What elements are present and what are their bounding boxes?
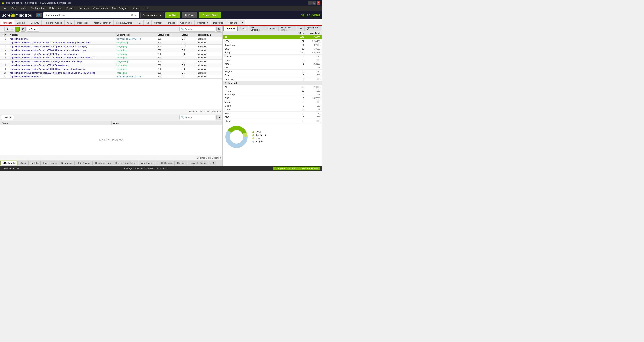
clear-button[interactable]: 🗑 Clear [182, 12, 197, 18]
menu-help[interactable]: Help [142, 6, 152, 10]
right-tab-response-times[interactable]: Response Times [278, 26, 296, 31]
search-box[interactable]: 🔍 [180, 27, 215, 32]
tab-response-codes[interactable]: Response Codes [42, 20, 64, 26]
external-row[interactable]: Media 0 0% [222, 104, 322, 108]
export-button[interactable]: ↑ Export [27, 27, 39, 32]
tab-hreflang[interactable]: Hreflang [226, 20, 240, 26]
menu-sitemaps[interactable]: Sitemaps [77, 6, 91, 10]
table-row[interactable]: 9 https://imta.edu.vn/wp-content/uploads… [0, 67, 222, 71]
maximize-button[interactable]: □ [312, 1, 316, 5]
menu-view[interactable]: View [9, 6, 18, 10]
internal-row[interactable]: CSS 33 6.82% [222, 47, 322, 51]
tab-h2[interactable]: H2 [143, 20, 152, 26]
right-tab-site-structure[interactable]: Site Structure [249, 26, 264, 31]
tab-internal[interactable]: Internal [1, 20, 14, 26]
external-row[interactable]: Images 0 0% [222, 100, 322, 104]
tab-url[interactable]: URL [65, 20, 74, 26]
menu-bulk-export[interactable]: Bulk Export [48, 6, 64, 10]
internal-row[interactable]: Fonts 0 0% [222, 58, 322, 62]
bottom-tab-chrome-console[interactable]: Chrome Console Log [113, 161, 138, 165]
lower-export-button[interactable]: ↑ Export [1, 115, 14, 120]
external-row[interactable]: XML 0 0% [222, 112, 322, 115]
tab-canonicals[interactable]: Canonicals [178, 20, 194, 26]
menu-licence[interactable]: Licence [130, 6, 142, 10]
url-dropdown-icon[interactable]: ▼ [134, 14, 137, 17]
internal-row[interactable]: Plugins 0 0% [222, 70, 322, 73]
internal-row[interactable]: Images 292 60.33% [222, 51, 322, 55]
tab-directives[interactable]: Directives [211, 20, 226, 26]
table-row[interactable]: 8 https://imta.edu.vn/wp-content/uploads… [0, 64, 222, 67]
tab-h1[interactable]: H1 [135, 20, 143, 26]
bottom-tab-rendered-page[interactable]: Rendered Page [93, 161, 113, 165]
table-row[interactable]: 1 https://imta.edu.vn/ text/html; charse… [0, 37, 222, 41]
detail-view-btn[interactable]: ⊞ [21, 27, 26, 32]
tab-pagination[interactable]: Pagination [194, 20, 210, 26]
external-row[interactable]: HTML 12 75% [222, 89, 322, 93]
external-section-header[interactable]: ▼ External [222, 81, 322, 85]
tab-meta-description[interactable]: Meta Description [91, 20, 114, 26]
bottom-tab-inlinks[interactable]: Inlinks [18, 161, 28, 165]
menu-configuration[interactable]: Configuration [29, 6, 47, 10]
lower-filter-options-btn[interactable]: ⚙ [216, 115, 221, 120]
right-tab-more[interactable]: Spelling & C ▼ [305, 26, 321, 31]
filter-options-btn[interactable]: ⚙ [216, 27, 221, 32]
subdomain-dropdown[interactable]: ⚙ Subdomain ▼ [140, 12, 164, 18]
tab-more-button[interactable]: ▼ [240, 20, 245, 26]
list-view-btn[interactable]: ≡ [15, 27, 20, 32]
menu-crawl-analysis[interactable]: Crawl Analysis [110, 6, 130, 10]
table-row[interactable]: 10 https://imta.edu.vn/wp-content/upload… [0, 71, 222, 75]
right-tab-segments[interactable]: Segments [264, 26, 278, 31]
lower-search-box[interactable]: 🔍 [180, 115, 215, 120]
table-row[interactable]: 6 https://imta.edu.vn/wp-content/uploads… [0, 56, 222, 60]
close-button[interactable]: ✕ [317, 1, 320, 5]
internal-row[interactable]: Unknown 0 0% [222, 77, 322, 81]
search-input[interactable] [185, 28, 214, 31]
external-all-row[interactable]: All 16 100% [222, 85, 322, 89]
bottom-tab-outlinks[interactable]: Outlinks [28, 161, 41, 165]
internal-row[interactable]: JavaScript 1 0.21% [222, 43, 322, 47]
tab-external[interactable]: External [14, 20, 28, 26]
menu-visualisations[interactable]: Visualisations [91, 6, 110, 10]
internal-row[interactable]: Media 0 0% [222, 55, 322, 58]
bottom-tab-http-headers[interactable]: HTTP Headers [156, 161, 174, 165]
internal-row[interactable]: HTML 157 32.44% [222, 39, 322, 43]
tab-page-titles[interactable]: Page Titles [75, 20, 91, 26]
right-tab-issues[interactable]: Issues [238, 26, 248, 31]
bottom-tab-url-details[interactable]: URL Details [0, 161, 17, 165]
right-tab-api[interactable]: API [296, 26, 304, 31]
internal-row[interactable]: XML 1 0.21% [222, 62, 322, 66]
url-bar[interactable]: ✕ ▼ [43, 12, 139, 18]
external-row[interactable]: Plugins 0 0% [222, 119, 322, 123]
bottom-tab-more[interactable]: S ▼ [209, 161, 216, 165]
lower-search-input[interactable] [185, 116, 214, 119]
url-input[interactable] [45, 14, 130, 17]
table-row[interactable]: 5 https://imta.edu.vn/wp-content/uploads… [0, 52, 222, 56]
minimize-button[interactable]: ─ [308, 1, 312, 5]
bottom-tab-serp-snippet[interactable]: SERP Snippet [74, 161, 92, 165]
table-row[interactable]: 7 https://imta.edu.vn/wp-content/uploads… [0, 60, 222, 64]
start-button[interactable]: ▶ Start [165, 12, 180, 18]
menu-mode[interactable]: Mode [18, 6, 28, 10]
external-row[interactable]: PDF 0 0% [222, 115, 322, 119]
tab-images[interactable]: Images [165, 20, 178, 26]
overview-all-row[interactable]: All 484 100% [222, 35, 322, 39]
data-table[interactable]: Row Address Content Type Status Code Sta… [0, 33, 222, 109]
filter-select[interactable]: All [4, 27, 14, 32]
table-row[interactable]: 2 https://imta.edu.vn/wp-content/uploads… [0, 41, 222, 45]
table-row[interactable]: 4 https://imta.edu.vn/wp-content/uploads… [0, 48, 222, 52]
table-row[interactable]: 3 https://imta.edu.vn/wp-content/uploads… [0, 45, 222, 48]
bottom-tab-resources[interactable]: Resources [59, 161, 74, 165]
bottom-tab-cookies[interactable]: Cookies [175, 161, 187, 165]
tab-security[interactable]: Security [28, 20, 42, 26]
tab-content[interactable]: Content [152, 20, 164, 26]
external-row[interactable]: JavaScript 0 0% [222, 93, 322, 97]
external-row[interactable]: CSS 3 18.75% [222, 97, 322, 100]
bottom-tab-view-source[interactable]: View Source [138, 161, 155, 165]
menu-file[interactable]: File [1, 6, 8, 10]
internal-row[interactable]: Other 0 0% [222, 73, 322, 77]
bottom-tab-duplicate-details[interactable]: Duplicate Details [188, 161, 208, 165]
menu-reports[interactable]: Reports [64, 6, 76, 10]
tab-meta-keywords[interactable]: Meta Keywords [114, 20, 135, 26]
right-tab-overview[interactable]: Overview [224, 26, 238, 31]
internal-row[interactable]: PDF 0 0% [222, 66, 322, 70]
